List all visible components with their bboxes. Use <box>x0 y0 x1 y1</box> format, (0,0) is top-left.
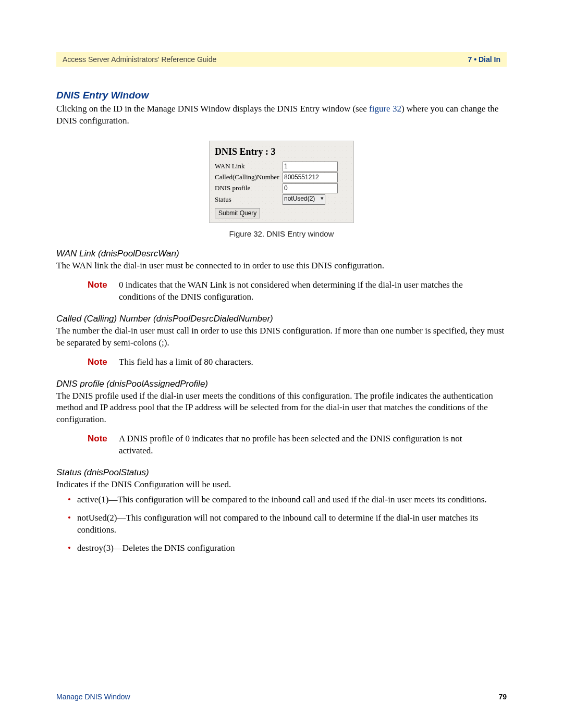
note-label: Note <box>88 356 119 368</box>
intro-paragraph: Clicking on the ID in the Manage DNIS Wi… <box>56 103 507 127</box>
wan-link-heading: WAN Link (dnisPoolDesrcWan) <box>56 249 507 259</box>
called-number-note: Note This field has a limit of 80 charac… <box>88 356 507 368</box>
note-body: 0 indicates that the WAN Link is not con… <box>119 279 507 303</box>
called-number-heading: Called (Calling) Number (dnisPoolDesrcDi… <box>56 314 507 324</box>
dnis-profile-label: DNIS profile <box>215 184 283 192</box>
called-number-label: Called(Calling)Number <box>215 173 283 181</box>
figure-link[interactable]: figure 32 <box>369 104 401 114</box>
status-label: Status <box>215 195 283 204</box>
footer-left: Manage DNIS Window <box>56 693 130 701</box>
called-number-input[interactable]: 8005551212 <box>283 172 338 182</box>
wan-link-label: WAN Link <box>215 162 283 170</box>
wan-link-body: The WAN link the dial-in user must be co… <box>56 260 507 272</box>
dnis-entry-title: DNIS Entry : 3 <box>215 146 348 157</box>
page-footer: Manage DNIS Window 79 <box>56 693 507 701</box>
header-right: 7 • Dial In <box>468 55 500 64</box>
wan-link-input[interactable]: 1 <box>283 162 338 171</box>
status-list: active(1)—This configuration will be com… <box>56 494 507 554</box>
called-number-body: The number the dial-in user must call in… <box>56 325 507 349</box>
list-item: destroy(3)—Deletes the DNIS configuratio… <box>68 542 507 554</box>
figure-32: DNIS Entry : 3 WAN Link 1 Called(Calling… <box>56 141 507 238</box>
page-header: Access Server Administrators' Reference … <box>56 52 507 67</box>
section-title: DNIS Entry Window <box>56 90 507 101</box>
status-select[interactable]: notUsed(2) <box>283 194 325 205</box>
note-label: Note <box>88 279 119 303</box>
note-label: Note <box>88 433 119 457</box>
dnis-entry-window: DNIS Entry : 3 WAN Link 1 Called(Calling… <box>209 141 354 223</box>
dnis-profile-body: The DNIS profile used if the dial-in use… <box>56 390 507 426</box>
status-body: Indicates if the DNIS Configuration will… <box>56 479 507 491</box>
submit-query-button[interactable]: Submit Query <box>215 208 260 218</box>
intro-text-pre: Clicking on the ID in the Manage DNIS Wi… <box>56 104 369 114</box>
note-body: A DNIS profile of 0 indicates that no pr… <box>119 433 507 457</box>
page-number: 79 <box>498 693 507 701</box>
header-left: Access Server Administrators' Reference … <box>63 55 216 64</box>
list-item: active(1)—This configuration will be com… <box>68 494 507 506</box>
figure-caption: Figure 32. DNIS Entry window <box>56 229 507 238</box>
list-item: notUsed(2)—This configuration will not c… <box>68 512 507 536</box>
dnis-profile-input[interactable]: 0 <box>283 183 338 193</box>
note-body: This field has a limit of 80 characters. <box>119 356 507 368</box>
wan-link-note: Note 0 indicates that the WAN Link is no… <box>88 279 507 303</box>
status-heading: Status (dnisPoolStatus) <box>56 467 507 478</box>
dnis-profile-note: Note A DNIS profile of 0 indicates that … <box>88 433 507 457</box>
dnis-profile-heading: DNIS profile (dnisPoolAssignedProfile) <box>56 379 507 389</box>
